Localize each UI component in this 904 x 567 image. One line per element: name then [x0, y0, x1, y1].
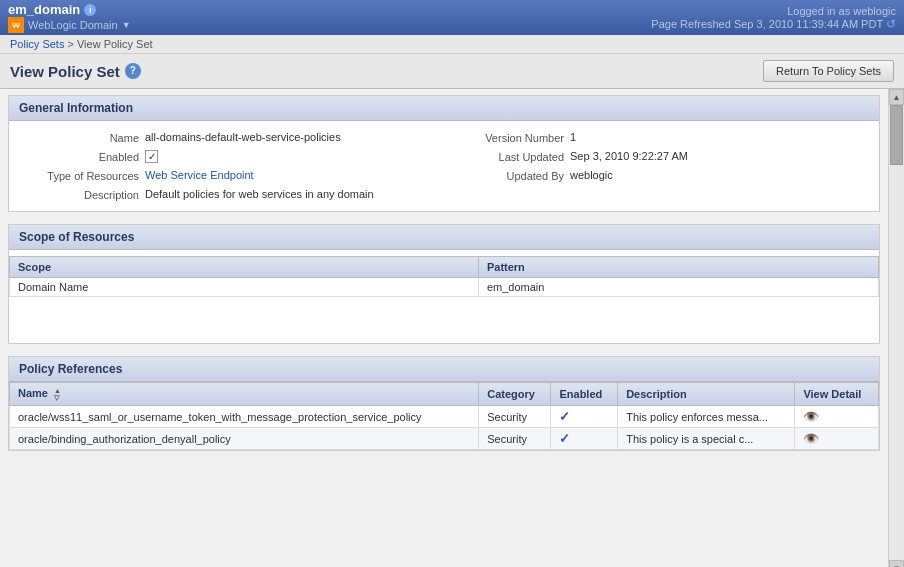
domain-name: em_domain [8, 2, 80, 17]
scope-col-header: Scope [10, 257, 479, 278]
scope-table-header-row: Scope Pattern [10, 257, 879, 278]
pattern-col-header: Pattern [478, 257, 878, 278]
checkmark-icon: ✓ [559, 431, 570, 446]
vertical-scrollbar[interactable]: ▲ ▼ [888, 89, 904, 567]
sort-desc-icon[interactable]: ▽ [54, 394, 61, 401]
enabled-row: Enabled ✓ [19, 150, 444, 163]
policy-table-header-row: Name ▲ ▽ Category Enabled Description Vi… [10, 383, 879, 406]
enabled-checkbox[interactable]: ✓ [145, 150, 158, 163]
dropdown-arrow-icon[interactable]: ▼ [122, 20, 131, 30]
policy-name-col-header: Name ▲ ▽ [10, 383, 479, 406]
sort-icons[interactable]: ▲ ▽ [54, 387, 61, 401]
name-value: all-domains-default-web-service-policies [145, 131, 341, 143]
return-to-policy-sets-button[interactable]: Return To Policy Sets [763, 60, 894, 82]
type-row: Type of Resources Web Service Endpoint [19, 169, 444, 182]
updated-by-label: Updated By [444, 169, 564, 182]
category-cell: Security [479, 406, 551, 428]
type-label: Type of Resources [19, 169, 139, 182]
scope-table: Scope Pattern Domain Name em_domain [9, 256, 879, 297]
view-detail-col-header: View Detail [795, 383, 879, 406]
type-value[interactable]: Web Service Endpoint [145, 169, 254, 181]
scope-table-padding [9, 297, 879, 337]
scope-header: Scope of Resources [9, 225, 879, 250]
last-updated-label: Last Updated [444, 150, 564, 163]
main-scroll[interactable]: General Information Name all-domains-def… [0, 89, 888, 567]
wl-icon: W [8, 17, 24, 33]
policy-references-section: Policy References Name ▲ ▽ [8, 356, 880, 451]
pattern-cell: em_domain [478, 278, 878, 297]
policy-name-label: Name [18, 387, 48, 399]
scroll-down-button[interactable]: ▼ [889, 560, 904, 567]
policy-references-table: Name ▲ ▽ Category Enabled Description Vi… [9, 382, 879, 450]
version-value: 1 [570, 131, 576, 143]
updated-by-value: weblogic [570, 169, 613, 181]
scope-of-resources-section: Scope of Resources Scope Pattern Domain … [8, 224, 880, 344]
breadcrumb-separator: > [67, 38, 76, 50]
page-help-icon[interactable]: ? [125, 63, 141, 79]
view-detail-cell[interactable]: 👁️ [795, 428, 879, 450]
description-cell: This policy is a special c... [618, 428, 795, 450]
general-info-header: General Information [9, 96, 879, 121]
description-value: Default policies for web services in any… [145, 188, 374, 200]
version-label: Version Number [444, 131, 564, 144]
description-row: Description Default policies for web ser… [19, 188, 444, 201]
scroll-thumb[interactable] [890, 105, 903, 165]
breadcrumb-policy-sets[interactable]: Policy Sets [10, 38, 64, 50]
general-info-grid: Name all-domains-default-web-service-pol… [19, 131, 869, 201]
page-header: View Policy Set ? Return To Policy Sets [0, 54, 904, 89]
view-detail-icon[interactable]: 👁️ [803, 409, 819, 424]
view-detail-icon[interactable]: 👁️ [803, 431, 819, 446]
page-title-container: View Policy Set ? [10, 63, 141, 80]
enabled-cell: ✓ [551, 406, 618, 428]
policy-name-cell: oracle/binding_authorization_denyall_pol… [10, 428, 479, 450]
scroll-track[interactable] [889, 105, 904, 560]
refresh-icon[interactable]: ↺ [886, 17, 896, 31]
breadcrumb-current: View Policy Set [77, 38, 153, 50]
breadcrumb: Policy Sets > View Policy Set [0, 35, 904, 54]
general-info-left-col: Name all-domains-default-web-service-pol… [19, 131, 444, 201]
enabled-col-header: Enabled [551, 383, 618, 406]
view-detail-cell[interactable]: 👁️ [795, 406, 879, 428]
policy-references-header: Policy References [9, 357, 879, 382]
version-row: Version Number 1 [444, 131, 869, 144]
domain-title: em_domain i [8, 2, 131, 17]
sort-asc-icon[interactable]: ▲ [54, 387, 61, 394]
page-content: General Information Name all-domains-def… [0, 89, 888, 469]
description-label: Description [19, 188, 139, 201]
domain-info-icon[interactable]: i [84, 4, 96, 16]
weblogic-subtitle: W WebLogic Domain ▼ [8, 17, 131, 33]
name-label: Name [19, 131, 139, 144]
page-refreshed-label: Page Refreshed Sep 3, 2010 11:39:44 AM P… [651, 17, 896, 31]
scope-cell: Domain Name [10, 278, 479, 297]
table-row: oracle/wss11_saml_or_username_token_with… [10, 406, 879, 428]
top-bar: em_domain i W WebLogic Domain ▼ Logged i… [0, 0, 904, 35]
logged-in-label: Logged in as weblogic [651, 5, 896, 17]
last-updated-row: Last Updated Sep 3, 2010 9:22:27 AM [444, 150, 869, 163]
name-row: Name all-domains-default-web-service-pol… [19, 131, 444, 144]
enabled-cell: ✓ [551, 428, 618, 450]
table-row: Domain Name em_domain [10, 278, 879, 297]
main-area: General Information Name all-domains-def… [0, 89, 904, 567]
page-title: View Policy Set [10, 63, 120, 80]
general-info-right-col: Version Number 1 Last Updated Sep 3, 201… [444, 131, 869, 201]
general-information-section: General Information Name all-domains-def… [8, 95, 880, 212]
refresh-text: Page Refreshed Sep 3, 2010 11:39:44 AM P… [651, 18, 883, 30]
description-col-header: Description [618, 383, 795, 406]
weblogic-domain-label: WebLogic Domain [28, 19, 118, 31]
scope-body: Scope Pattern Domain Name em_domain [9, 250, 879, 343]
category-col-header: Category [479, 383, 551, 406]
last-updated-value: Sep 3, 2010 9:22:27 AM [570, 150, 688, 162]
updated-by-row: Updated By weblogic [444, 169, 869, 182]
description-cell: This policy enforces messa... [618, 406, 795, 428]
table-row: oracle/binding_authorization_denyall_pol… [10, 428, 879, 450]
category-cell: Security [479, 428, 551, 450]
enabled-label: Enabled [19, 150, 139, 163]
scroll-up-button[interactable]: ▲ [889, 89, 904, 105]
policy-name-cell: oracle/wss11_saml_or_username_token_with… [10, 406, 479, 428]
policy-references-body: Name ▲ ▽ Category Enabled Description Vi… [9, 382, 879, 450]
checkmark-icon: ✓ [559, 409, 570, 424]
general-info-body: Name all-domains-default-web-service-pol… [9, 121, 879, 211]
